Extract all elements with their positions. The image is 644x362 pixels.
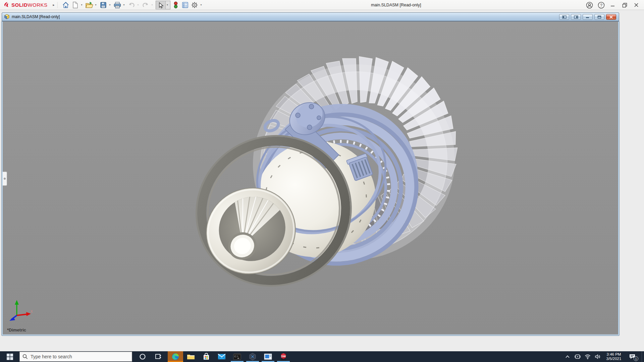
taskbar-edge-button[interactable]	[168, 351, 183, 362]
save-icon	[100, 1, 107, 9]
open-dropdown[interactable]: ▾	[94, 3, 98, 6]
close-button[interactable]	[632, 1, 641, 9]
pane-left-icon	[562, 15, 567, 19]
undo-icon	[127, 2, 136, 8]
brand-solid: SOLID	[11, 2, 28, 8]
help-button[interactable]: ?	[597, 1, 605, 9]
brand-wordmark: SOLIDWORKS	[11, 2, 48, 8]
search-icon	[22, 354, 28, 359]
solidworks-icon-year-text: 2021	[281, 358, 286, 361]
document-title: main.SLDASM [Read-only]	[12, 14, 60, 19]
tray-wifi-button[interactable]	[583, 351, 592, 362]
tray-volume-button[interactable]	[593, 351, 602, 362]
action-center-button[interactable]: 1	[626, 351, 639, 362]
microsoft-store-icon	[203, 353, 210, 360]
new-document-dropdown[interactable]: ▾	[80, 3, 84, 6]
document-minimize-button[interactable]	[583, 14, 593, 20]
view-orientation-label: *Dimetric	[7, 327, 26, 333]
command-prompt-icon: C:\	[233, 353, 241, 360]
print-button[interactable]	[113, 1, 122, 9]
edge-browser-icon	[171, 353, 179, 361]
taskbar-blue-window-app-button[interactable]	[260, 351, 276, 362]
redo-button[interactable]	[141, 1, 150, 9]
graphics-viewport[interactable]: X *Dimetric	[3, 21, 618, 334]
cortana-icon	[139, 353, 146, 360]
system-tray: 3:46 PM 3/5/2021 1	[563, 351, 644, 362]
new-document-icon	[72, 1, 78, 9]
account-button[interactable]	[585, 1, 594, 9]
taskbar-cmd-button[interactable]: C:\	[229, 351, 245, 362]
pane-toggle-right-button[interactable]	[571, 14, 581, 20]
save-dropdown[interactable]: ▾	[108, 3, 112, 6]
undo-dropdown[interactable]: ▾	[136, 3, 140, 6]
new-document-button[interactable]	[70, 1, 80, 9]
toolbar-expand-arrow[interactable]: ▸	[53, 3, 55, 7]
taskbar-file-explorer-button[interactable]	[183, 351, 199, 362]
tray-vm-button[interactable]	[573, 351, 582, 362]
document-minimize-icon	[586, 15, 590, 18]
wifi-icon	[585, 354, 591, 359]
taskbar: C:\ SW 2021	[0, 351, 644, 362]
pane-right-icon	[574, 15, 578, 19]
interference-check-button[interactable]	[171, 1, 180, 9]
open-button[interactable]	[85, 1, 94, 9]
redo-dropdown[interactable]: ▾	[150, 3, 154, 6]
windows-start-icon	[7, 354, 13, 360]
taskbar-mail-button[interactable]	[214, 351, 229, 362]
triad-x-label: X	[31, 310, 33, 313]
select-cursor-icon	[158, 2, 164, 9]
save-button[interactable]	[99, 1, 108, 9]
print-dropdown[interactable]: ▾	[122, 3, 126, 6]
document-window-controls	[559, 14, 616, 20]
window-controls: ?	[585, 0, 641, 10]
app-title: main.SLDASM [Read-only]	[371, 0, 421, 10]
show-desktop-button[interactable]	[642, 351, 644, 362]
search-input[interactable]	[31, 354, 118, 359]
select-tool-button[interactable]	[156, 1, 165, 10]
hexagon-app-icon	[249, 353, 257, 361]
restore-icon	[622, 2, 628, 8]
document-window: main.SLDASM [Read-only]	[2, 21, 619, 336]
home-button[interactable]	[61, 1, 70, 9]
redo-icon	[142, 2, 150, 8]
select-tool-dropdown[interactable]: ▾	[165, 1, 170, 9]
start-button[interactable]	[0, 351, 19, 362]
restore-button[interactable]	[620, 1, 629, 9]
minimize-button[interactable]	[608, 1, 617, 9]
clock-time: 3:46 PM	[604, 352, 624, 357]
jet-engine-model[interactable]	[3, 21, 618, 334]
minimize-icon	[610, 2, 615, 8]
taskbar-search[interactable]	[19, 352, 132, 362]
taskbar-store-button[interactable]	[199, 351, 214, 362]
task-view-button[interactable]	[150, 351, 166, 362]
document-titlebar[interactable]: main.SLDASM [Read-only]	[2, 12, 619, 21]
app-titlebar: SOLIDWORKS ▸ ▾ ▾	[0, 0, 644, 10]
taskbar-clock[interactable]: 3:46 PM 3/5/2021	[603, 352, 624, 361]
home-icon	[62, 1, 69, 9]
toolbar-separator	[57, 2, 58, 8]
cmd-icon-text: C:\	[234, 356, 238, 358]
speaker-icon	[595, 354, 601, 359]
document-close-button[interactable]	[606, 14, 616, 20]
open-folder-icon	[85, 1, 93, 9]
options-gear-dropdown[interactable]: ▾	[199, 3, 203, 6]
undo-button[interactable]	[127, 1, 136, 9]
feature-tree-collapsed-tab[interactable]	[3, 172, 7, 186]
cortana-button[interactable]	[135, 351, 150, 362]
taskbar-solidworks-button[interactable]: SW 2021	[276, 351, 291, 362]
taskbar-hexagon-app-button[interactable]	[245, 351, 260, 362]
tray-overflow-button[interactable]	[563, 351, 572, 362]
select-tool-group: ▾	[156, 1, 170, 9]
solidworks-icon-sw-text: SW	[281, 355, 286, 358]
account-icon	[586, 2, 593, 9]
task-view-icon	[155, 353, 161, 360]
solidworks-logo-icon	[3, 2, 10, 8]
blue-window-app-icon	[264, 353, 272, 360]
collapsed-tab-dot-icon	[4, 178, 6, 180]
chevron-up-icon	[565, 355, 570, 358]
document-restore-button[interactable]	[594, 14, 604, 20]
clock-date: 3/5/2021	[604, 357, 624, 361]
display-options-button[interactable]	[180, 1, 190, 9]
options-gear-button[interactable]	[190, 1, 199, 9]
pane-toggle-left-button[interactable]	[559, 14, 569, 20]
